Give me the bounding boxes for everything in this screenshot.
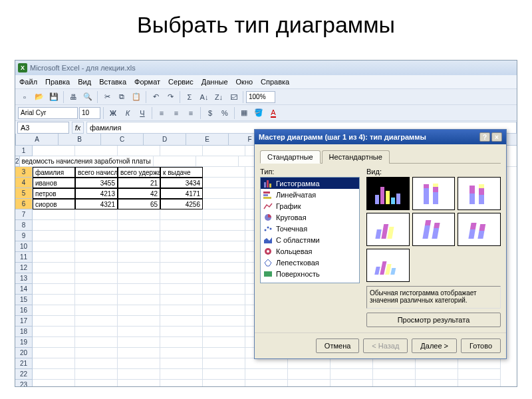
- chart-icon[interactable]: 🗠: [227, 90, 240, 104]
- cell-B4[interactable]: 3455: [75, 178, 118, 188]
- subtype-6[interactable]: [458, 213, 501, 246]
- menu-window[interactable]: Окно: [236, 78, 253, 86]
- type-doughnut[interactable]: Кольцевая: [261, 245, 359, 257]
- cut-icon[interactable]: ✂: [100, 90, 114, 104]
- row-23[interactable]: 23: [15, 380, 33, 386]
- col-E[interactable]: E: [186, 134, 229, 146]
- sort-desc-icon[interactable]: Z↓: [212, 90, 225, 104]
- row-17[interactable]: 17: [15, 316, 33, 327]
- align-center-icon[interactable]: ≡: [170, 106, 183, 120]
- cell-C4[interactable]: 21: [118, 178, 160, 188]
- cancel-button[interactable]: Отмена: [316, 338, 359, 353]
- row-6[interactable]: 6: [15, 199, 33, 209]
- col-C[interactable]: C: [101, 134, 144, 146]
- borders-icon[interactable]: ▦: [237, 106, 251, 120]
- menu-view[interactable]: Вид: [78, 78, 91, 86]
- row-11[interactable]: 11: [15, 252, 33, 263]
- subtype-7[interactable]: [366, 249, 410, 282]
- cell-D6[interactable]: 4256: [160, 199, 203, 209]
- row-19[interactable]: 19: [15, 337, 33, 348]
- cell-A2[interactable]: ведомость начисления заработной платы: [20, 156, 154, 167]
- italic-icon[interactable]: К: [121, 106, 134, 120]
- type-area[interactable]: С областями: [261, 234, 359, 245]
- preview-icon[interactable]: 🔍: [81, 90, 94, 104]
- cell-B3[interactable]: всего начисленно: [75, 167, 118, 178]
- save-icon[interactable]: 💾: [47, 90, 61, 104]
- fx-icon[interactable]: fx: [72, 122, 84, 134]
- menu-edit[interactable]: Правка: [45, 78, 70, 86]
- back-button[interactable]: < Назад: [363, 338, 408, 353]
- new-icon[interactable]: ▫: [18, 90, 31, 104]
- autosum-icon[interactable]: Σ: [183, 90, 196, 104]
- row-13[interactable]: 13: [15, 273, 33, 284]
- copy-icon[interactable]: ⧉: [115, 90, 128, 104]
- percent-icon[interactable]: %: [218, 106, 231, 120]
- menu-data[interactable]: Данные: [201, 78, 228, 86]
- cell-D4[interactable]: 3434: [160, 178, 203, 188]
- print-icon[interactable]: 🖶: [66, 90, 80, 104]
- name-box[interactable]: A3: [17, 122, 69, 134]
- row-8[interactable]: 8: [15, 220, 33, 231]
- subtype-4[interactable]: [366, 213, 410, 246]
- fill-color-icon[interactable]: 🪣: [252, 106, 265, 120]
- row-7[interactable]: 7: [15, 209, 33, 220]
- align-right-icon[interactable]: ≡: [184, 106, 198, 120]
- col-A[interactable]: A: [16, 134, 59, 146]
- row-21[interactable]: 21: [15, 358, 33, 369]
- row-9[interactable]: 9: [15, 231, 33, 241]
- open-icon[interactable]: 📂: [33, 90, 46, 104]
- type-bar[interactable]: Линейчатая: [261, 189, 359, 200]
- row-15[interactable]: 15: [15, 295, 33, 305]
- currency-icon[interactable]: $: [203, 106, 217, 120]
- menu-file[interactable]: Файл: [19, 78, 37, 86]
- cell-D5[interactable]: 4171: [160, 188, 203, 199]
- menu-tools[interactable]: Сервис: [168, 78, 194, 86]
- cell-B6[interactable]: 4321: [75, 199, 118, 209]
- zoom-input[interactable]: [246, 91, 275, 103]
- row-18[interactable]: 18: [15, 327, 33, 337]
- subtype-3[interactable]: [458, 177, 501, 210]
- next-button[interactable]: Далее >: [412, 338, 457, 353]
- sort-asc-icon[interactable]: A↓: [198, 90, 211, 104]
- type-scatter[interactable]: Точечная: [261, 223, 359, 234]
- close-icon[interactable]: ×: [491, 132, 502, 142]
- row-14[interactable]: 14: [15, 284, 33, 295]
- finish-button[interactable]: Готово: [461, 338, 501, 353]
- subtype-5[interactable]: [412, 213, 456, 246]
- underline-icon[interactable]: Ч: [136, 106, 149, 120]
- menu-help[interactable]: Справка: [261, 78, 289, 86]
- row-3[interactable]: 3: [15, 167, 33, 178]
- font-color-icon[interactable]: A: [267, 106, 280, 120]
- subtype-2[interactable]: [412, 177, 456, 210]
- subtype-1[interactable]: [366, 177, 410, 210]
- menu-format[interactable]: Формат: [134, 78, 160, 86]
- type-radar[interactable]: Лепестковая: [261, 257, 359, 268]
- cell-C5[interactable]: 42: [118, 188, 160, 199]
- row-20[interactable]: 20: [15, 348, 33, 358]
- row-10[interactable]: 10: [15, 241, 33, 252]
- align-left-icon[interactable]: ≡: [155, 106, 168, 120]
- cell-A6[interactable]: сиоров: [33, 199, 75, 209]
- type-line[interactable]: График: [261, 200, 359, 211]
- type-bubble[interactable]: Пузырьковая: [261, 279, 359, 283]
- cell-C3[interactable]: всего удержано: [118, 167, 160, 178]
- cell-C6[interactable]: 65: [118, 199, 160, 209]
- cell-B5[interactable]: 4213: [75, 188, 118, 199]
- cell-A4[interactable]: иванов: [33, 178, 75, 188]
- row-22[interactable]: 22: [15, 369, 33, 380]
- cell-A5[interactable]: петров: [33, 188, 75, 199]
- tab-standard[interactable]: Стандартные: [260, 150, 321, 164]
- menu-insert[interactable]: Вставка: [99, 78, 126, 86]
- chart-type-list[interactable]: Гистограмма Линейчатая График Круговая Т…: [260, 177, 360, 283]
- tab-custom[interactable]: Нестандартные: [322, 150, 390, 164]
- preview-button[interactable]: Просмотр результата: [366, 313, 501, 327]
- font-size-input[interactable]: [79, 107, 100, 119]
- type-surface[interactable]: Поверхность: [261, 268, 359, 279]
- row-5[interactable]: 5: [15, 188, 33, 199]
- row-1[interactable]: 1: [15, 146, 33, 156]
- row-16[interactable]: 16: [15, 305, 33, 316]
- font-name-input[interactable]: [18, 107, 78, 119]
- bold-icon[interactable]: Ж: [106, 106, 120, 120]
- help-icon[interactable]: ?: [479, 132, 490, 142]
- redo-icon[interactable]: ↷: [164, 90, 177, 104]
